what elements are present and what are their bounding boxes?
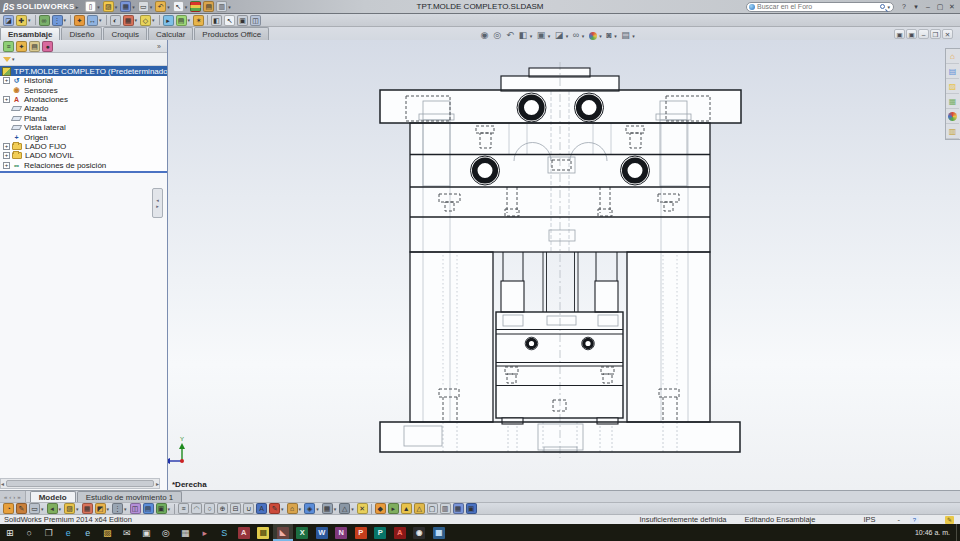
search-magnifier-icon[interactable] (880, 4, 885, 9)
tab-ensamblaje[interactable]: Ensamblaje (0, 27, 60, 40)
pattern-table-caret-icon[interactable]: ▾ (334, 506, 337, 512)
smart-fasteners-button[interactable]: ✦ (73, 14, 86, 27)
help-caret-button[interactable]: ▾ (910, 3, 922, 11)
acrobat-button[interactable]: A (390, 524, 410, 541)
quick-tips-icon[interactable]: ✎ (945, 516, 954, 524)
sticky-notes-button[interactable]: ▤ (254, 524, 274, 541)
undo-caret-icon[interactable]: ▾ (167, 4, 170, 10)
photos-button[interactable]: ▦ (176, 524, 196, 541)
scale-tool-caret-icon[interactable]: ▾ (351, 506, 354, 512)
hide-show-items-button[interactable]: ∞▾ (570, 29, 586, 42)
file-explorer-button[interactable]: ▨ (98, 524, 118, 541)
insert-components-caret-icon[interactable]: ▾ (28, 17, 31, 23)
search-input[interactable] (757, 3, 879, 11)
doc-window-left-button[interactable]: ▣ (894, 29, 905, 39)
linear-component-pattern-caret-icon[interactable]: ▾ (64, 17, 67, 23)
reference-geometry-button[interactable]: ◇▾ (139, 14, 157, 27)
taskbar-clock[interactable]: 10:46 a. m. (915, 524, 950, 541)
onenote-button[interactable]: N (332, 524, 352, 541)
filter-funnel-icon[interactable] (3, 57, 11, 62)
balloon-annotation-caret-icon[interactable]: ▾ (281, 506, 284, 512)
tree-item-anotaciones[interactable]: +AAnotaciones (0, 95, 167, 104)
word-button[interactable]: W (312, 524, 332, 541)
first-tab-nav-icon[interactable]: « (4, 494, 7, 500)
scrollbar-thumb[interactable] (6, 480, 154, 487)
tab-croquis[interactable]: Croquis (103, 27, 147, 40)
expand-toggle-icon[interactable]: + (3, 77, 10, 84)
prev-tab-nav-icon[interactable]: ‹ (9, 494, 11, 500)
print-caret-icon[interactable]: ▾ (150, 4, 153, 10)
status-help-icon[interactable]: ? (910, 516, 919, 524)
tab-calcular[interactable]: Calcular (148, 27, 193, 40)
rollback-bar[interactable] (0, 171, 167, 173)
new-document-button[interactable]: ▯▾ (84, 0, 102, 13)
exploded-view-button[interactable]: ✶ (192, 14, 205, 27)
tree-item-relaciones-de-posicion[interactable]: +∞Relaciones de posición (0, 161, 167, 170)
insert-components-button[interactable]: ✚▾ (15, 14, 33, 27)
edit-appearance-button[interactable]: ▾ (586, 29, 604, 42)
edit-appearance-caret-icon[interactable]: ▾ (599, 33, 602, 39)
move-component-caret-icon[interactable]: ▾ (99, 17, 102, 23)
view-orientation-button[interactable]: ▣▾ (534, 29, 552, 42)
view-settings-caret-icon[interactable]: ▾ (632, 33, 635, 39)
datum-feature-caret-icon[interactable]: ▾ (316, 506, 319, 512)
apply-scene-caret-icon[interactable]: ▾ (614, 33, 617, 39)
new-document-caret-icon[interactable]: ▾ (97, 4, 100, 10)
zoom-to-fit-button[interactable]: ◉ (478, 29, 491, 42)
large-design-review-button[interactable]: ◫ (249, 14, 262, 27)
save-caret-icon[interactable]: ▾ (132, 4, 135, 10)
doc-minimize-button[interactable]: – (918, 29, 929, 39)
minimize-button[interactable]: – (922, 3, 934, 10)
excel-button[interactable]: X (293, 524, 313, 541)
publisher-button[interactable]: P (371, 524, 391, 541)
file-explorer-pane-tab[interactable]: ▨ (946, 79, 959, 94)
export-file-caret-icon[interactable]: ▾ (168, 506, 171, 512)
start-button[interactable]: ⊞ (0, 524, 20, 541)
xbox-button[interactable]: ◉ (410, 524, 430, 541)
tree-item-historial[interactable]: +↺Historial (0, 76, 167, 85)
panel-splitter[interactable]: ◂▸ (152, 188, 163, 218)
movies-tv-button[interactable]: ▸ (195, 524, 215, 541)
zoom-to-area-button[interactable]: ◎ (491, 29, 504, 42)
edge-button[interactable]: e (59, 524, 79, 541)
scroll-right-icon[interactable]: ▸ (156, 480, 159, 487)
graphics-viewport[interactable]: Y Z (168, 40, 960, 490)
tab-productos-office[interactable]: Productos Office (194, 27, 269, 40)
tab-diseno[interactable]: Diseño (61, 27, 102, 40)
internet-explorer-button[interactable]: e (78, 524, 98, 541)
show-hidden-components-button[interactable]: ◐ (109, 14, 122, 27)
move-component-button[interactable]: ↔▾ (86, 14, 104, 27)
panel-overflow-chevron[interactable]: » (157, 43, 165, 50)
search-caret-icon[interactable]: ▾ (887, 4, 890, 10)
doc-window-right-button[interactable]: ▣ (906, 29, 917, 39)
configurationmanager-tab-button[interactable]: ▤ (28, 40, 41, 53)
help-button[interactable]: ? (898, 3, 910, 10)
app-tiles-button[interactable]: ▦ (429, 524, 449, 541)
weld-symbol-caret-icon[interactable]: ▾ (299, 506, 302, 512)
custom-properties-tab[interactable]: ▥ (946, 124, 959, 139)
isolate-button[interactable]: ▣ (236, 14, 249, 27)
view-palette-tab[interactable]: ▦ (946, 94, 959, 109)
featuremanager-tab-button[interactable]: ≡ (2, 40, 15, 53)
tree-item-alzado[interactable]: Alzado (0, 104, 167, 113)
cortana-search-button[interactable]: ○ (20, 524, 40, 541)
bill-of-materials-caret-icon[interactable]: ▾ (188, 17, 191, 23)
view-orientation-caret-icon[interactable]: ▾ (548, 33, 551, 39)
display-style-caret-icon[interactable]: ▾ (566, 33, 569, 39)
navigate-back-caret-icon[interactable]: ▾ (59, 506, 62, 512)
expand-toggle-icon[interactable]: + (3, 96, 10, 103)
doc-restore-button[interactable]: ❐ (930, 29, 941, 39)
settings-button[interactable]: ◎ (156, 524, 176, 541)
task-view-button[interactable]: ❐ (39, 524, 59, 541)
scroll-left-icon[interactable]: ◂ (1, 480, 4, 487)
panel-horizontal-scrollbar[interactable]: ◂ ▸ (0, 478, 160, 489)
tree-item-planta[interactable]: Planta (0, 114, 167, 123)
options-caret-icon[interactable]: ▾ (228, 4, 231, 10)
close-button[interactable]: ✕ (946, 3, 958, 11)
edit-component-button[interactable]: ◪ (2, 14, 15, 27)
maximize-button[interactable]: ▢ (934, 3, 946, 11)
tree-item-lado-fijo[interactable]: +LADO FIJO (0, 142, 167, 151)
hide-show-items-caret-icon[interactable]: ▾ (582, 33, 585, 39)
select-caret-icon[interactable]: ▾ (185, 4, 188, 10)
doc-close-button[interactable]: ✕ (942, 29, 953, 39)
